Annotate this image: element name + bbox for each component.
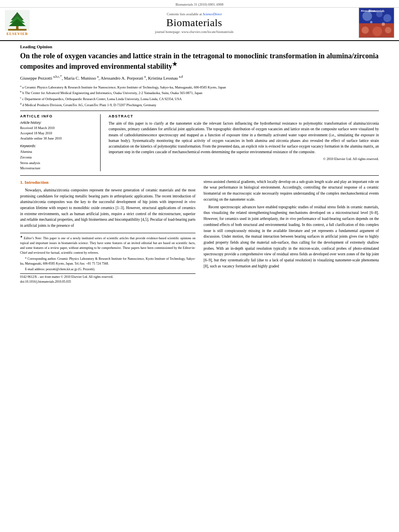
- authors-line: Giuseppe Pezzotti a,b,c,*, Maria C. Muni…: [20, 75, 379, 82]
- keyword-1: Alumina: [20, 149, 95, 155]
- abstract-text: The aim of this paper is to clarify at t…: [109, 121, 379, 155]
- body-divider: [20, 175, 379, 176]
- journal-top-bar: ELSEVIER Contents lists available at Sci…: [0, 8, 399, 38]
- affiliation-c: c c Department of Orthopaedics, Orthopae…: [20, 96, 379, 102]
- elsevier-text: ELSEVIER: [6, 32, 28, 36]
- journal-header: Biomaterials 31 (2010) 6901–6908 ELSEVIE…: [0, 0, 399, 41]
- body-col-right: stress-assisted chemical gradients, whic…: [204, 179, 379, 285]
- keyword-2: Zirconia: [20, 155, 95, 160]
- intro-para-2: stress-assisted chemical gradients, whic…: [204, 179, 379, 203]
- history-label: Article history:: [20, 121, 95, 125]
- intro-para-1: Nowadays, alumina/zirconia composites re…: [20, 187, 195, 229]
- keyword-3: Stress analysis: [20, 160, 95, 166]
- intro-para-3: Recent spectroscopic advances have enabl…: [204, 204, 379, 269]
- sciencedirect-line: Contents lists available at ScienceDirec…: [30, 12, 359, 16]
- cover-label: Biomaterials: [359, 9, 394, 13]
- journal-title: Biomaterials: [30, 17, 359, 29]
- abstract-column: ABSTRACT The aim of this paper is to cla…: [109, 114, 379, 171]
- body-col-left: 1. Introduction Nowadays, alumina/zircon…: [20, 179, 195, 285]
- elsevier-logo: ELSEVIER: [5, 10, 30, 36]
- journal-homepage: journal homepage: www.elsevier.com/locat…: [30, 30, 359, 34]
- paper-content: Leading Opinion On the role of oxygen va…: [0, 41, 399, 288]
- star-note-marker: ★: [172, 61, 177, 67]
- authors-text: Giuseppe Pezzotti a,b,c,*, Maria C. Muni…: [20, 76, 183, 80]
- abstract-header: ABSTRACT: [109, 114, 379, 118]
- svg-point-13: [372, 27, 382, 36]
- article-title-text: On the role of oxygen vacancies and latt…: [20, 52, 378, 70]
- elsevier-tree-icon: [5, 10, 30, 31]
- accepted-date: Accepted 18 May 2010: [20, 131, 95, 136]
- svg-point-12: [362, 27, 369, 34]
- doi-text: doi:10.1016/j.biomaterials.2010.05.035: [20, 279, 195, 284]
- issn-text: 0142-9612/$ – see front matter © 2010 El…: [20, 275, 195, 279]
- affiliation-b: b b The Center for Advanced Medical Engi…: [20, 90, 379, 96]
- biomaterials-cover-image: Biomaterials: [359, 8, 394, 38]
- citation-bar: Biomaterials 31 (2010) 6901–6908: [0, 2, 399, 8]
- affiliation-a: a a Ceramic Physics Laboratory & Researc…: [20, 84, 379, 90]
- article-info-header: ARTICLE INFO: [20, 114, 95, 118]
- article-info-column: ARTICLE INFO Article history: Received 1…: [20, 114, 101, 171]
- email-address: pezzotti@chem.kit.ac.jp (G. Pezzotti).: [46, 267, 95, 271]
- received-date: Received 18 March 2010: [20, 125, 95, 131]
- history-dates: Received 18 March 2010 Accepted 18 May 2…: [20, 125, 95, 141]
- svg-point-15: [370, 21, 372, 23]
- svg-rect-5: [8, 29, 27, 31]
- available-date: Available online 30 June 2010: [20, 136, 95, 141]
- sciencedirect-link[interactable]: ScienceDirect: [203, 12, 222, 16]
- footnote-area: ★ Editor's Note: This paper is one of a …: [20, 233, 195, 272]
- keywords-list: Alumina Zirconia Stress analysis Microst…: [20, 149, 95, 171]
- copyright-line: © 2010 Elsevier Ltd. All rights reserved…: [109, 157, 379, 161]
- svg-point-11: [383, 14, 391, 22]
- introduction-title: 1. Introduction: [20, 179, 195, 186]
- email-footnote: E-mail address: pezzotti@chem.kit.ac.jp …: [20, 267, 195, 272]
- star-footnote: ★ Editor's Note: This paper is one of a …: [20, 235, 195, 255]
- citation-text: Biomaterials 31 (2010) 6901–6908: [175, 2, 223, 6]
- email-label: E-mail address:: [25, 267, 45, 271]
- article-info-abstract-section: ARTICLE INFO Article history: Received 1…: [20, 111, 379, 171]
- corresponding-footnote: * Corresponding author. Ceramic Physics …: [20, 257, 195, 266]
- doi-bar: 0142-9612/$ – see front matter © 2010 El…: [20, 273, 195, 285]
- article-type: Leading Opinion: [20, 44, 379, 49]
- article-title: On the role of oxygen vacancies and latt…: [20, 51, 379, 72]
- cover-background: Biomaterials: [359, 8, 394, 37]
- body-section: 1. Introduction Nowadays, alumina/zircon…: [20, 179, 379, 285]
- journal-center-info: Contents lists available at ScienceDirec…: [30, 12, 359, 34]
- svg-point-14: [385, 27, 391, 33]
- svg-point-16: [382, 23, 385, 26]
- affiliations: a a Ceramic Physics Laboratory & Researc…: [20, 84, 379, 107]
- affiliation-d: d d Medical Products Division, CeramTec …: [20, 102, 379, 108]
- keyword-4: Microstructure: [20, 166, 95, 171]
- keywords-label: Keywords:: [20, 144, 95, 148]
